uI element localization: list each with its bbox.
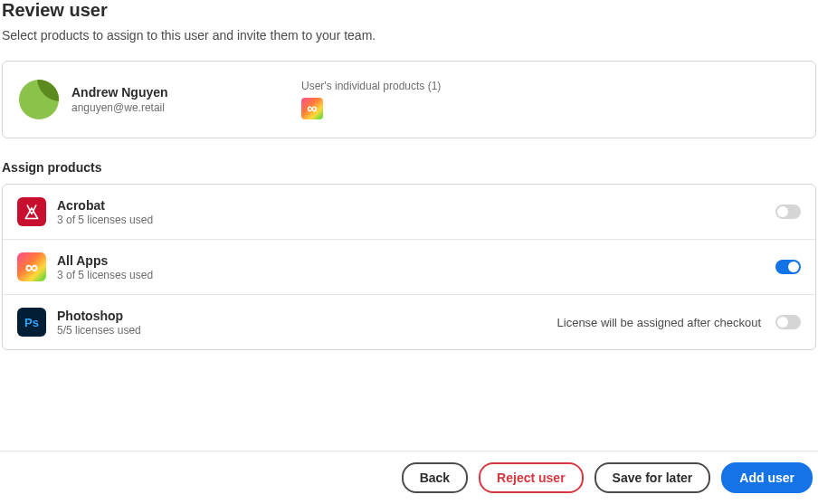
- user-email: anguyen@we.retail: [71, 101, 289, 114]
- product-name: Photoshop: [57, 309, 557, 323]
- save-for-later-button[interactable]: Save for later: [594, 462, 711, 493]
- assign-products-heading: Assign products: [2, 160, 816, 175]
- reject-user-button[interactable]: Reject user: [479, 462, 583, 493]
- back-button[interactable]: Back: [402, 462, 468, 493]
- user-name: Andrew Nguyen: [71, 85, 289, 100]
- product-licenses: 3 of 5 licenses used: [57, 214, 775, 226]
- user-card: Andrew Nguyen anguyen@we.retail User's i…: [2, 61, 816, 138]
- add-user-button[interactable]: Add user: [721, 462, 813, 493]
- footer-bar: Back Reject user Save for later Add user: [0, 451, 818, 504]
- product-name: Acrobat: [57, 198, 775, 213]
- toggle-allapps[interactable]: [775, 260, 801, 274]
- all-apps-icon: [17, 252, 46, 281]
- acrobat-icon: [17, 197, 46, 226]
- toggle-photoshop[interactable]: [775, 315, 801, 329]
- user-products: User's individual products (1): [301, 80, 441, 119]
- user-products-label: User's individual products (1): [301, 80, 441, 92]
- page-title: Review user: [0, 0, 818, 28]
- license-note: License will be assigned after checkout: [557, 316, 761, 329]
- products-panel: Acrobat 3 of 5 licenses used All Apps 3 …: [2, 184, 816, 350]
- product-text: All Apps 3 of 5 licenses used: [57, 253, 775, 281]
- avatar: [19, 80, 59, 119]
- user-info: Andrew Nguyen anguyen@we.retail: [71, 85, 289, 114]
- product-row-acrobat: Acrobat 3 of 5 licenses used: [3, 185, 815, 240]
- product-row-allapps: All Apps 3 of 5 licenses used: [3, 240, 815, 295]
- creative-cloud-icon: [301, 98, 323, 119]
- product-row-photoshop: Ps Photoshop 5/5 licenses used License w…: [3, 295, 815, 349]
- toggle-acrobat[interactable]: [775, 204, 801, 219]
- product-licenses: 3 of 5 licenses used: [57, 269, 775, 281]
- product-name: All Apps: [57, 253, 775, 268]
- page-subtitle: Select products to assign to this user a…: [0, 28, 818, 61]
- product-text: Acrobat 3 of 5 licenses used: [57, 198, 775, 226]
- product-text: Photoshop 5/5 licenses used: [57, 309, 557, 337]
- product-licenses: 5/5 licenses used: [57, 324, 557, 337]
- photoshop-icon: Ps: [17, 308, 46, 337]
